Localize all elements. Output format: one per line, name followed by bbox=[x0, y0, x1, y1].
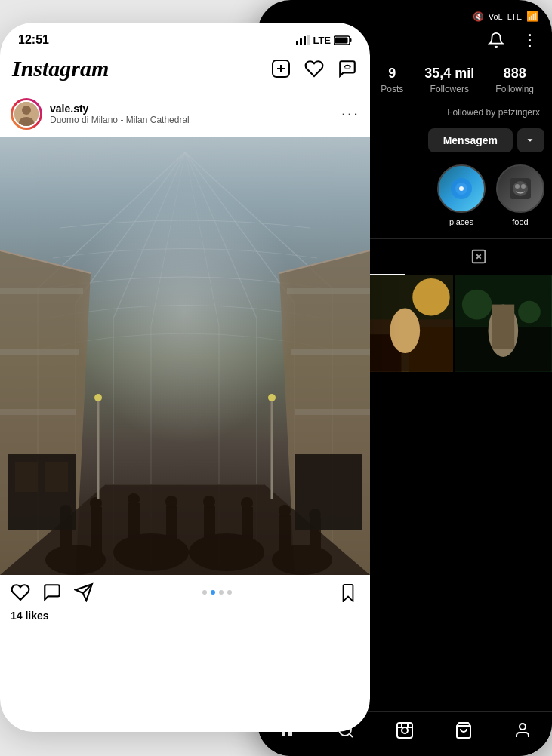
stat-following[interactable]: 888 Following bbox=[485, 63, 544, 98]
likes-count: 14 likes bbox=[0, 610, 370, 629]
svg-point-31 bbox=[402, 727, 408, 733]
highlight-places-label: places bbox=[449, 217, 473, 226]
post-image bbox=[0, 137, 370, 575]
dropdown-button[interactable] bbox=[517, 128, 544, 152]
svg-point-19 bbox=[412, 278, 449, 315]
svg-rect-39 bbox=[304, 36, 306, 45]
like-button[interactable] bbox=[11, 582, 30, 602]
svg-point-85 bbox=[268, 394, 276, 401]
svg-rect-30 bbox=[397, 723, 412, 738]
messenger-button[interactable] bbox=[337, 58, 358, 79]
svg-point-36 bbox=[520, 724, 526, 730]
dot-2 bbox=[211, 590, 215, 595]
dot-1 bbox=[202, 590, 207, 595]
svg-rect-37 bbox=[296, 41, 298, 45]
followers-label: Followers bbox=[430, 84, 469, 94]
stat-followers[interactable]: 35,4 mil Followers bbox=[414, 63, 485, 98]
posts-count: 9 bbox=[381, 66, 403, 81]
ig-header-icons bbox=[270, 58, 358, 79]
svg-rect-79 bbox=[295, 454, 362, 530]
svg-point-5 bbox=[515, 184, 520, 189]
svg-point-2 bbox=[459, 186, 464, 191]
svg-rect-28 bbox=[492, 305, 515, 349]
status-bar: 12:51 LTE bbox=[0, 23, 370, 51]
post-header: vale.sty Duomo di Milano - Milan Cathedr… bbox=[0, 91, 370, 137]
highlight-circle-food bbox=[496, 164, 544, 213]
post-location: Duomo di Milano - Milan Cathedral bbox=[50, 115, 190, 125]
stat-posts[interactable]: 9 Posts bbox=[370, 63, 414, 98]
lte-text: LTE bbox=[313, 35, 331, 46]
ig-header: Instagram bbox=[0, 51, 370, 91]
signal-icon: VoL bbox=[489, 12, 503, 21]
tab-tagged[interactable] bbox=[405, 239, 552, 275]
svg-rect-42 bbox=[350, 38, 352, 42]
svg-point-48 bbox=[22, 106, 31, 115]
dot-4 bbox=[227, 590, 232, 595]
svg-point-4 bbox=[513, 181, 528, 196]
instagram-logo: Instagram bbox=[12, 56, 109, 81]
status-icons: LTE bbox=[296, 35, 352, 46]
highlight-places[interactable]: places bbox=[437, 164, 486, 226]
svg-rect-38 bbox=[300, 38, 302, 45]
highlight-circle-places bbox=[437, 164, 486, 213]
post-user-info: vale.sty Duomo di Milano - Milan Cathedr… bbox=[11, 98, 190, 130]
mute-icon: 🔇 bbox=[473, 11, 484, 22]
post-user-details: vale.sty Duomo di Milano - Milan Cathedr… bbox=[50, 103, 190, 125]
posts-label: Posts bbox=[381, 84, 403, 94]
nav-profile-icon[interactable] bbox=[512, 720, 533, 741]
likes-button[interactable] bbox=[304, 58, 325, 79]
followers-count: 35,4 mil bbox=[424, 66, 474, 81]
grid-cell-3[interactable] bbox=[455, 275, 552, 372]
post-dots-indicator bbox=[202, 590, 232, 595]
svg-point-25 bbox=[462, 290, 492, 320]
message-button[interactable]: Mensagem bbox=[428, 128, 513, 152]
nav-reels-icon[interactable] bbox=[394, 720, 415, 741]
avatar-ring[interactable] bbox=[11, 98, 42, 130]
wifi-icon: 📶 bbox=[526, 11, 538, 22]
highlight-food-label: food bbox=[512, 217, 528, 226]
svg-point-26 bbox=[518, 301, 541, 324]
nav-shop-icon[interactable] bbox=[453, 720, 474, 741]
post-actions-left bbox=[11, 582, 94, 602]
status-time: 12:51 bbox=[18, 33, 49, 47]
share-button[interactable] bbox=[74, 582, 94, 602]
signal-bars-icon bbox=[296, 35, 310, 45]
lte-icon: LTE bbox=[507, 12, 522, 21]
following-label: Following bbox=[495, 84, 534, 94]
svg-point-22 bbox=[390, 309, 420, 353]
post-username[interactable]: vale.sty bbox=[50, 103, 190, 115]
svg-rect-43 bbox=[335, 37, 348, 43]
save-button[interactable] bbox=[340, 582, 359, 602]
comment-button[interactable] bbox=[42, 582, 62, 602]
svg-point-83 bbox=[94, 394, 102, 401]
svg-rect-81 bbox=[45, 462, 68, 492]
following-count: 888 bbox=[495, 66, 534, 81]
dark-status-icons: 🔇 VoL LTE 📶 bbox=[473, 11, 538, 22]
more-options-icon[interactable]: ⋮ bbox=[519, 29, 540, 51]
svg-rect-80 bbox=[15, 462, 38, 492]
svg-point-6 bbox=[521, 184, 526, 189]
post-more-icon[interactable]: ··· bbox=[341, 104, 359, 124]
avatar bbox=[13, 100, 40, 128]
post-actions bbox=[0, 575, 370, 610]
dot-3 bbox=[219, 590, 224, 595]
svg-rect-40 bbox=[307, 35, 310, 45]
front-phone: 12:51 LTE Instagram bbox=[0, 23, 370, 732]
highlight-food[interactable]: food bbox=[496, 164, 544, 226]
grid-cell-2[interactable] bbox=[356, 275, 454, 372]
notification-bell-icon[interactable] bbox=[486, 29, 507, 51]
new-post-button[interactable] bbox=[270, 58, 291, 79]
battery-icon bbox=[334, 35, 352, 45]
